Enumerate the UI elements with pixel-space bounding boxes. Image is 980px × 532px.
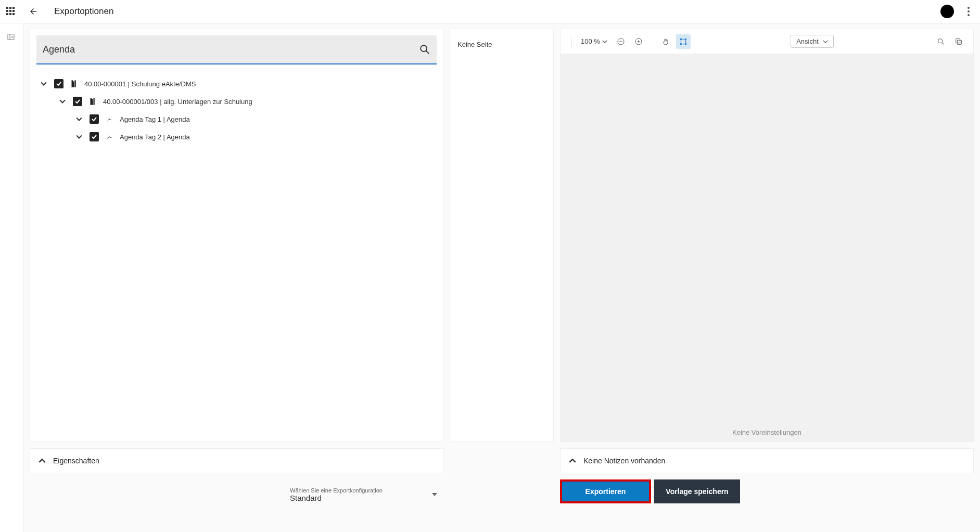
page-title: Exportoptionen <box>54 6 113 17</box>
svg-rect-12 <box>681 39 685 44</box>
chevron-down-icon[interactable] <box>57 96 68 107</box>
more-icon[interactable] <box>963 6 974 17</box>
view-select[interactable]: Ansicht <box>791 35 834 48</box>
svg-rect-16 <box>685 43 686 45</box>
export-config-select[interactable]: Wählen Sie eine Exportkonfiguration Stan… <box>290 485 443 504</box>
selection-tool-button[interactable] <box>676 34 691 49</box>
document-tree: 40.00-000001 | Schulung eAkte/DMS40.00-0… <box>36 64 437 146</box>
properties-title: Eigenschaften <box>53 457 99 465</box>
pdf-icon <box>104 114 114 124</box>
tree-row[interactable]: Agenda Tag 2 | Agenda <box>39 128 435 146</box>
svg-line-18 <box>942 43 944 44</box>
zoom-value: 100 % <box>581 37 600 45</box>
top-header: Exportoptionen <box>0 0 980 23</box>
tree-item-label: 40.00-000001/003 | allg. Unterlagen zur … <box>103 98 252 106</box>
avatar[interactable] <box>940 5 954 18</box>
preview-toolbar: 100 % Ansicht <box>561 29 973 54</box>
zoom-in-button[interactable] <box>631 34 646 49</box>
tree-row[interactable]: Agenda Tag 1 | Agenda <box>39 110 435 128</box>
save-template-button[interactable]: Vorlage speichern <box>654 479 740 503</box>
tree-checkbox[interactable] <box>90 132 99 141</box>
preview-canvas: Keine Voreinstellungen <box>561 54 973 442</box>
svg-rect-14 <box>685 38 686 40</box>
notes-title: Keine Notizen vorhanden <box>583 457 665 465</box>
page-list-panel: Keine Seite <box>450 29 554 442</box>
tree-item-label: Agenda Tag 2 | Agenda <box>120 133 190 141</box>
svg-rect-13 <box>680 38 682 40</box>
copy-icon[interactable] <box>951 34 966 49</box>
apps-icon[interactable] <box>6 7 16 16</box>
svg-rect-19 <box>957 40 961 44</box>
export-button[interactable]: Exportieren <box>560 479 651 503</box>
svg-rect-15 <box>680 43 682 45</box>
no-page-label: Keine Seite <box>457 41 492 48</box>
preview-search-button[interactable] <box>934 34 948 49</box>
preview-panel: 100 % Ansicht <box>560 29 974 442</box>
chevron-up-icon <box>569 457 576 464</box>
search-icon[interactable] <box>419 44 430 55</box>
panel-toggle-icon[interactable] <box>7 33 16 42</box>
document-tree-panel: 40.00-000001 | Schulung eAkte/DMS40.00-0… <box>30 29 443 442</box>
tree-checkbox[interactable] <box>90 114 99 124</box>
left-sidebar-strip <box>0 23 23 532</box>
svg-point-5 <box>421 45 427 51</box>
pdf-icon <box>104 132 114 142</box>
search-box <box>36 35 437 64</box>
folder-icon <box>69 79 79 89</box>
zoom-select[interactable]: 100 % <box>578 35 610 47</box>
tree-row[interactable]: 40.00-000001/003 | allg. Unterlagen zur … <box>39 93 435 110</box>
pan-tool-button[interactable] <box>658 34 673 49</box>
view-select-label: Ansicht <box>796 37 819 45</box>
search-input[interactable] <box>43 44 419 55</box>
tree-checkbox[interactable] <box>54 79 63 88</box>
notes-accordion[interactable]: Keine Notizen vorhanden <box>560 448 974 473</box>
properties-accordion[interactable]: Eigenschaften <box>30 448 443 473</box>
svg-point-17 <box>938 38 943 43</box>
back-button[interactable] <box>27 5 40 18</box>
export-config-value: Standard <box>290 494 383 502</box>
svg-rect-20 <box>956 38 960 43</box>
chevron-down-icon[interactable] <box>74 114 84 124</box>
tree-checkbox[interactable] <box>73 97 82 106</box>
chevron-down-icon[interactable] <box>39 79 49 89</box>
folder-icon <box>87 96 98 107</box>
export-config-label: Wählen Sie eine Exportkonfiguration <box>290 487 383 494</box>
tree-item-label: 40.00-000001 | Schulung eAkte/DMS <box>84 80 196 88</box>
caret-down-icon <box>432 493 438 496</box>
zoom-out-button[interactable] <box>614 34 628 49</box>
svg-point-1 <box>968 10 970 12</box>
chevron-down-icon[interactable] <box>74 132 84 142</box>
chevron-up-icon <box>39 457 46 464</box>
tree-row[interactable]: 40.00-000001 | Schulung eAkte/DMS <box>39 75 435 93</box>
no-presets-label: Keine Voreinstellungen <box>561 429 973 436</box>
svg-point-2 <box>968 14 970 16</box>
svg-point-0 <box>968 7 970 9</box>
svg-line-6 <box>426 51 429 54</box>
tree-item-label: Agenda Tag 1 | Agenda <box>120 115 190 123</box>
